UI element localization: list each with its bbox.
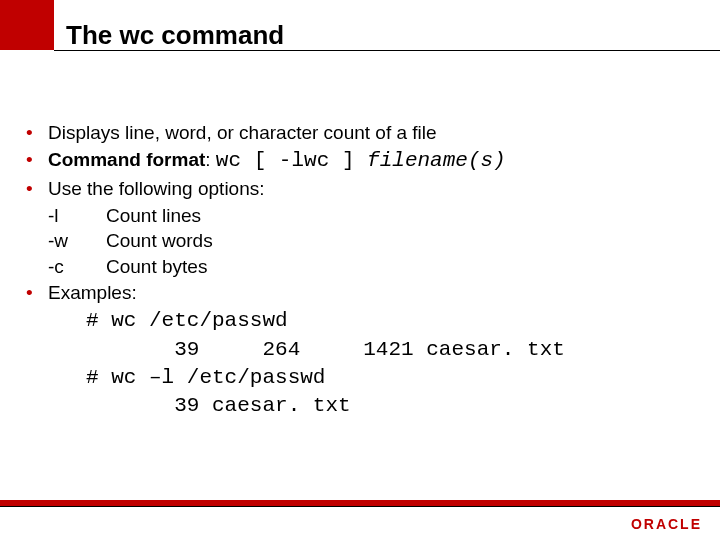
- bullet-item: • Command format: wc [ -lwc ] filename(s…: [26, 147, 694, 175]
- bullet-item: • Displays line, word, or character coun…: [26, 120, 694, 146]
- command-arg: filename(s): [367, 149, 506, 172]
- bullet-icon: •: [26, 176, 48, 202]
- bullet-item: • Examples:: [26, 280, 694, 306]
- examples-block: # wc /etc/passwd 39 264 1421 caesar. txt…: [86, 307, 694, 420]
- option-desc: Count words: [106, 228, 213, 254]
- option-desc: Count lines: [106, 203, 201, 229]
- label-command-format: Command format: [48, 149, 205, 170]
- command-syntax: wc [ -lwc ]: [216, 149, 367, 172]
- option-flag: -c: [48, 254, 106, 280]
- bullet-text: Command format: wc [ -lwc ] filename(s): [48, 147, 694, 175]
- options-list: -lCount lines-wCount words-cCount bytes: [48, 203, 694, 280]
- option-row: -cCount bytes: [48, 254, 694, 280]
- bullet-text: Displays line, word, or character count …: [48, 120, 694, 146]
- bullet-icon: •: [26, 280, 48, 306]
- option-flag: -l: [48, 203, 106, 229]
- oracle-logo: ORACLE: [631, 516, 702, 532]
- bullet-item: • Use the following options:: [26, 176, 694, 202]
- bullet-icon: •: [26, 147, 48, 173]
- bullet-icon: •: [26, 120, 48, 146]
- slide-body: • Displays line, word, or character coun…: [26, 120, 694, 421]
- option-row: -wCount words: [48, 228, 694, 254]
- slide-title: The wc command: [66, 20, 284, 51]
- bullet-text: Use the following options:: [48, 176, 694, 202]
- title-rule: [54, 50, 720, 51]
- corner-accent: [0, 0, 54, 50]
- option-flag: -w: [48, 228, 106, 254]
- option-row: -lCount lines: [48, 203, 694, 229]
- bullet-text: Examples:: [48, 280, 694, 306]
- footer-rule: [0, 506, 720, 507]
- option-desc: Count bytes: [106, 254, 207, 280]
- colon: :: [205, 149, 216, 170]
